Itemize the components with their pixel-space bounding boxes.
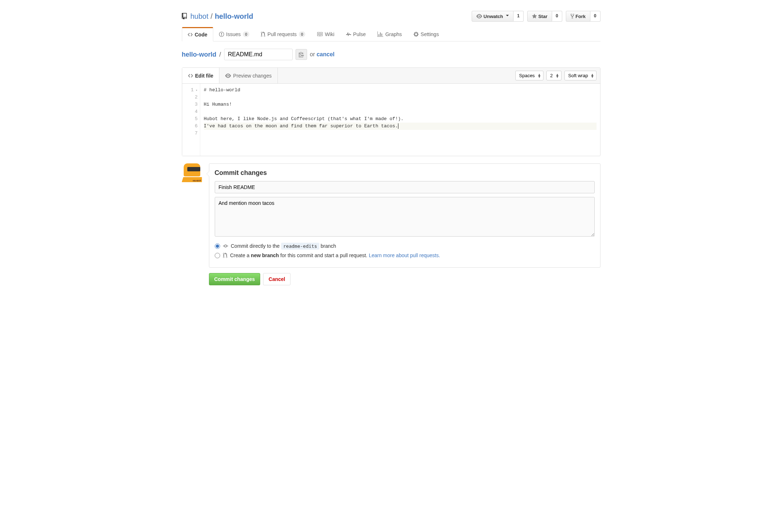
unwatch-button[interactable]: Unwatch: [472, 11, 514, 22]
repo-actions: Unwatch 1 Star 0 Fork 0: [472, 11, 600, 22]
code-line: [204, 130, 597, 137]
commit-description-input[interactable]: And mention moon tacos: [215, 197, 595, 237]
tab-edit-label: Edit file: [195, 73, 214, 79]
commit-new-suffix: for this commit and start a pull request…: [279, 252, 369, 258]
cancel-link[interactable]: cancel: [316, 51, 335, 57]
star-label: Star: [538, 14, 547, 19]
repo-nav: Code Issues 0 Pull requests 0 Wiki Pulse…: [182, 27, 600, 41]
filename-input[interactable]: [224, 49, 293, 60]
commit-new-branch-radio[interactable]: [215, 253, 220, 258]
code-line: [204, 108, 597, 115]
file-editor-box: Edit file Preview changes Spaces ▲▼ 2 ▲▼…: [182, 67, 600, 156]
nav-issues[interactable]: Issues 0: [213, 27, 255, 41]
indent-mode-select[interactable]: Spaces: [515, 71, 543, 80]
fork-count[interactable]: 0: [590, 11, 600, 22]
nav-issues-count: 0: [243, 31, 249, 37]
nav-code-label: Code: [195, 32, 207, 38]
nav-pulls[interactable]: Pull requests 0: [255, 27, 311, 41]
breadcrumb: hello-world / or cancel: [182, 49, 600, 60]
line-number: 4: [184, 108, 198, 115]
clipboard-button[interactable]: [296, 49, 307, 60]
wrap-mode-select[interactable]: Soft wrap: [564, 71, 597, 80]
code-icon: [188, 73, 193, 79]
breadcrumb-separator: /: [219, 51, 221, 58]
code-content[interactable]: # hello-world Hi Humans! Hubot here, I l…: [200, 84, 600, 156]
learn-more-link[interactable]: Learn more about pull requests.: [369, 252, 440, 258]
avatar-label: HU-BOT: [193, 180, 201, 182]
book-icon: [317, 31, 323, 37]
graph-icon: [377, 31, 383, 37]
issue-icon: [219, 31, 224, 37]
nav-pulls-count: 0: [299, 31, 305, 37]
fork-icon: [571, 13, 574, 19]
repo-title: hubot / hello-world: [182, 12, 253, 21]
indent-size-select[interactable]: 2: [546, 71, 562, 80]
commit-summary-input[interactable]: [215, 181, 595, 193]
nav-pulse-label: Pulse: [353, 31, 366, 37]
code-line: Hubot here, I like Node.js and Coffeescr…: [204, 115, 597, 123]
tab-preview-changes[interactable]: Preview changes: [219, 68, 278, 83]
commit-direct-branch: readme-edits: [281, 243, 319, 250]
line-number: 7: [184, 130, 198, 137]
nav-issues-label: Issues: [226, 31, 241, 37]
breadcrumb-root[interactable]: hello-world: [182, 51, 217, 58]
commit-direct-option[interactable]: Commit directly to the readme-edits bran…: [215, 243, 595, 249]
fork-label: Fork: [576, 14, 586, 19]
git-commit-icon: [223, 243, 228, 249]
nav-pulls-label: Pull requests: [267, 31, 297, 37]
eye-icon: [476, 13, 482, 19]
line-gutter: 1 2 3 4 5 6 7: [182, 84, 200, 156]
user-avatar: HU-BOT: [182, 163, 204, 268]
line-number: 3: [184, 101, 198, 108]
nav-code[interactable]: Code: [182, 27, 213, 41]
nav-settings[interactable]: Settings: [408, 27, 445, 41]
gear-icon: [414, 31, 419, 37]
commit-cancel-button[interactable]: Cancel: [263, 273, 290, 285]
or-cancel: or cancel: [310, 51, 335, 58]
nav-graphs[interactable]: Graphs: [372, 27, 408, 41]
tab-preview-label: Preview changes: [233, 73, 272, 79]
commit-direct-radio[interactable]: [215, 243, 220, 249]
commit-form: Commit changes And mention moon tacos Co…: [209, 163, 600, 268]
nav-graphs-label: Graphs: [385, 31, 402, 37]
nav-settings-label: Settings: [421, 31, 439, 37]
code-line: [204, 94, 597, 101]
or-text: or: [310, 51, 315, 57]
pulse-icon: [346, 31, 351, 37]
line-number: 6: [184, 123, 198, 130]
nav-pulse[interactable]: Pulse: [340, 27, 372, 41]
commit-heading: Commit changes: [215, 169, 595, 177]
commit-direct-suffix: branch: [321, 243, 336, 249]
line-number: 1: [184, 87, 198, 94]
commit-new-branch-option[interactable]: Create a new branch for this commit and …: [215, 252, 595, 258]
star-icon: [532, 13, 537, 19]
code-line: I've had tacos on the moon and find them…: [204, 123, 597, 130]
unwatch-label: Unwatch: [484, 14, 503, 19]
nav-wiki-label: Wiki: [325, 31, 334, 37]
text-cursor: [398, 123, 398, 129]
repo-owner-link[interactable]: hubot: [191, 12, 209, 21]
repo-separator: /: [211, 12, 213, 21]
fork-button[interactable]: Fork: [566, 11, 590, 22]
code-line: Hi Humans!: [204, 101, 597, 108]
watch-count[interactable]: 1: [514, 11, 524, 22]
code-icon: [188, 32, 193, 38]
git-pull-request-icon: [261, 31, 265, 37]
line-number: 2: [184, 94, 198, 101]
nav-wiki[interactable]: Wiki: [311, 27, 340, 41]
star-button[interactable]: Star: [527, 11, 552, 22]
star-count[interactable]: 0: [552, 11, 562, 22]
commit-new-prefix: Create a: [230, 252, 251, 258]
line-number: 5: [184, 115, 198, 123]
commit-new-bold: new branch: [251, 252, 279, 258]
code-line: # hello-world: [204, 87, 597, 94]
tab-edit-file[interactable]: Edit file: [182, 68, 220, 83]
commit-submit-button[interactable]: Commit changes: [209, 273, 261, 285]
commit-direct-prefix: Commit directly to the: [231, 243, 281, 249]
git-pull-request-icon: [223, 252, 227, 258]
code-editor[interactable]: 1 2 3 4 5 6 7 # hello-world Hi Humans! H…: [182, 84, 600, 156]
eye-icon: [225, 73, 231, 79]
repo-name-link[interactable]: hello-world: [215, 12, 253, 21]
clippy-icon: [299, 52, 304, 57]
repo-icon: [182, 13, 188, 19]
